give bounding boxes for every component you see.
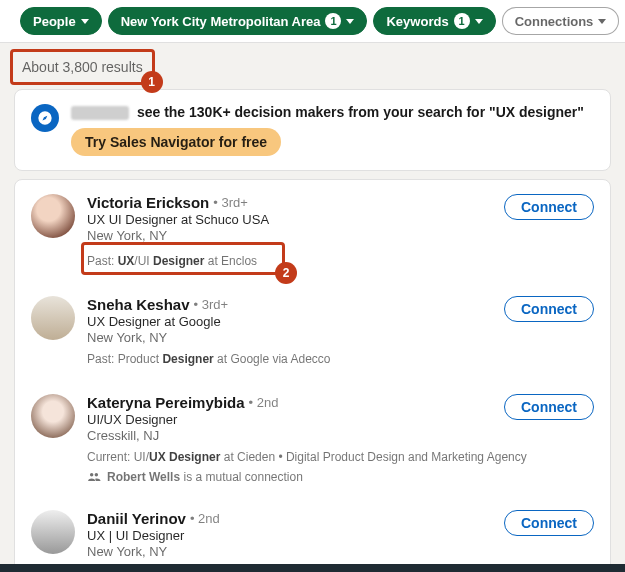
- people-icon: [87, 470, 101, 484]
- filter-bar: People New York City Metropolitan Area 1…: [0, 0, 625, 43]
- avatar[interactable]: [31, 510, 75, 554]
- connect-button[interactable]: Connect: [504, 194, 594, 220]
- results-count: About 3,800 results: [14, 53, 151, 81]
- result-meta: Past: UX/UI Designer at Enclos: [87, 253, 257, 270]
- filter-people-label: People: [33, 14, 76, 29]
- filter-location-count: 1: [325, 13, 341, 29]
- result-name[interactable]: Sneha Keshav: [87, 296, 190, 313]
- filter-keywords-count: 1: [454, 13, 470, 29]
- result-name[interactable]: Victoria Erickson: [87, 194, 209, 211]
- results-count-wrap: About 3,800 results 1: [14, 53, 151, 81]
- search-result[interactable]: Victoria Erickson • 3rd+ UX UI Designer …: [15, 180, 610, 282]
- avatar[interactable]: [31, 394, 75, 438]
- chevron-down-icon: [346, 19, 354, 24]
- result-location: New York, NY: [87, 228, 594, 243]
- result-degree: • 3rd+: [194, 297, 229, 312]
- filter-location-label: New York City Metropolitan Area: [121, 14, 321, 29]
- result-name[interactable]: Kateryna Pereimybida: [87, 394, 245, 411]
- search-result[interactable]: Kateryna Pereimybida • 2nd UI/UX Designe…: [15, 380, 610, 496]
- result-degree: • 3rd+: [213, 195, 248, 210]
- filter-keywords[interactable]: Keywords 1: [373, 7, 495, 35]
- filter-connections-label: Connections: [515, 14, 594, 29]
- annotation-2-wrap: Past: UX/UI Designer at Enclos 2: [87, 247, 257, 270]
- result-degree: • 2nd: [249, 395, 279, 410]
- result-meta: Past: Product Designer at Google via Ade…: [87, 351, 594, 368]
- result-location: New York, NY: [87, 330, 594, 345]
- sales-navigator-promo: see the 130K+ decision makers from your …: [14, 89, 611, 171]
- filter-people[interactable]: People: [20, 7, 102, 35]
- blurred-text: [71, 106, 129, 120]
- chevron-down-icon: [475, 19, 483, 24]
- connect-button[interactable]: Connect: [504, 510, 594, 536]
- filter-connections[interactable]: Connections: [502, 7, 620, 35]
- mutual-text: Robert Wells is a mutual connection: [107, 470, 303, 484]
- try-sales-navigator-label: Try Sales Navigator for free: [85, 134, 267, 150]
- filter-location[interactable]: New York City Metropolitan Area 1: [108, 7, 368, 35]
- filter-keywords-label: Keywords: [386, 14, 448, 29]
- chevron-down-icon: [598, 19, 606, 24]
- result-name[interactable]: Daniil Yerinov: [87, 510, 186, 527]
- avatar[interactable]: [31, 296, 75, 340]
- avatar[interactable]: [31, 194, 75, 238]
- try-sales-navigator-button[interactable]: Try Sales Navigator for free: [71, 128, 281, 156]
- compass-icon: [31, 104, 59, 132]
- sales-navigator-headline: see the 130K+ decision makers from your …: [71, 104, 594, 120]
- result-degree: • 2nd: [190, 511, 220, 526]
- mutual-connection: Robert Wells is a mutual connection: [87, 470, 594, 484]
- result-location: New York, NY: [87, 544, 594, 559]
- sales-navigator-tail: see the 130K+ decision makers from your …: [133, 104, 584, 120]
- result-location: Cresskill, NJ: [87, 428, 594, 443]
- search-result[interactable]: Daniil Yerinov • 2nd UX | UI Designer Ne…: [15, 496, 610, 572]
- bottom-bar: [0, 564, 625, 572]
- search-result[interactable]: Sneha Keshav • 3rd+ UX Designer at Googl…: [15, 282, 610, 380]
- result-meta: Current: UI/UX Designer at Cieden • Digi…: [87, 449, 594, 466]
- sales-navigator-body: see the 130K+ decision makers from your …: [71, 104, 594, 156]
- connect-button[interactable]: Connect: [504, 394, 594, 420]
- annotation-number-2: 2: [275, 262, 297, 284]
- results-card: Victoria Erickson • 3rd+ UX UI Designer …: [14, 179, 611, 572]
- chevron-down-icon: [81, 19, 89, 24]
- connect-button[interactable]: Connect: [504, 296, 594, 322]
